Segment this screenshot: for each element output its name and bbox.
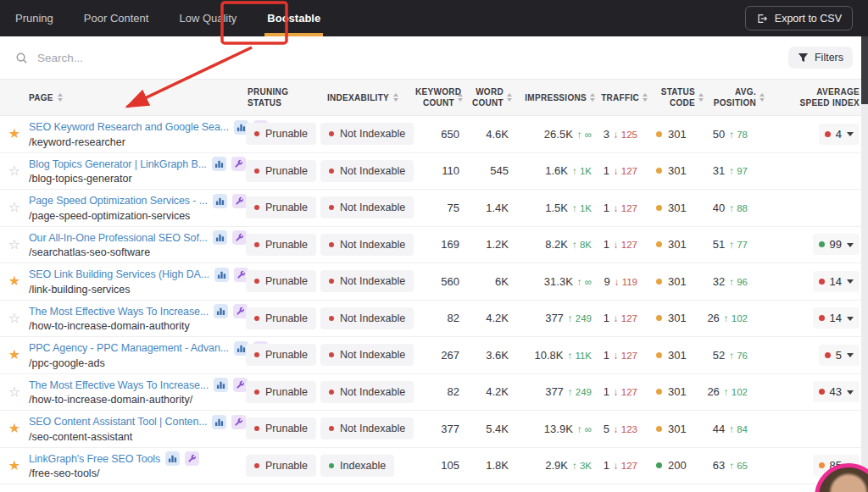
page-link[interactable]: Our All-In-One Professional SEO Sof... (29, 232, 208, 244)
analytics-icon[interactable] (213, 230, 227, 245)
page-path: /link-building-services (29, 284, 241, 296)
column-header-status-code[interactable]: STATUS CODE (649, 86, 705, 108)
sort-icon[interactable] (760, 93, 765, 102)
page-link[interactable]: SEO Link Building Services (High DA... (29, 268, 209, 280)
column-header-indexability[interactable]: INDEXABILITY (320, 92, 419, 103)
traffic-trend: ↓ 127 (614, 351, 637, 361)
analytics-icon[interactable] (212, 157, 226, 171)
star-icon[interactable]: ★ (8, 274, 20, 288)
sort-icon[interactable] (458, 93, 463, 102)
page-link[interactable]: Page Speed Optimization Services - ... (29, 195, 208, 207)
avg-position-value: 32 (713, 275, 725, 288)
sort-icon[interactable] (393, 93, 398, 102)
page-link[interactable]: PPC Agency - PPC Management - Advan... (29, 342, 229, 354)
word-count: 1.2K (466, 238, 514, 251)
impressions-value: 13.9K (544, 423, 573, 435)
word-count: 4.6K (466, 128, 514, 141)
sort-icon[interactable] (698, 93, 704, 102)
sort-icon[interactable] (643, 93, 648, 102)
page-link[interactable]: The Most Effective Ways To Increase... (29, 379, 209, 391)
speed-index-dropdown[interactable]: 4 (819, 124, 860, 145)
keyword-count: 169 (419, 238, 466, 251)
speed-index-dropdown[interactable]: 5 (819, 345, 860, 366)
speed-index-dropdown[interactable]: 14 (813, 307, 860, 329)
avg-position-trend: ↑ 76 (729, 351, 748, 361)
column-header-traffic[interactable]: TRAFFIC (598, 92, 649, 103)
star-icon[interactable]: ☆ (8, 201, 20, 214)
page-link[interactable]: LinkGraph's Free SEO Tools (29, 453, 160, 465)
impressions-value: 26.5K (544, 128, 573, 141)
table-toolbar: Filters (0, 36, 868, 79)
analytics-icon[interactable] (214, 268, 229, 282)
impressions-value: 8.2K (545, 238, 568, 251)
traffic-value: 1 (604, 238, 609, 251)
column-header-avg-position[interactable]: AVG. POSITION (705, 86, 776, 108)
avg-position-trend: ↑ 97 (729, 166, 748, 176)
table-row: ★ PPC Agency - PPC Management - Advan...… (0, 337, 868, 374)
wrench-icon[interactable] (185, 451, 199, 466)
page-link[interactable]: Blog Topics Generator | LinkGraph B... (29, 158, 207, 170)
column-header-impressions[interactable]: IMPRESSIONS (514, 92, 598, 103)
vertical-scrollbar-thumb[interactable] (861, 36, 868, 104)
star-icon[interactable]: ☆ (8, 312, 20, 325)
sort-icon[interactable] (58, 93, 63, 102)
star-icon[interactable]: ★ (8, 348, 20, 362)
traffic-trend: ↓ 127 (614, 203, 637, 213)
analytics-icon[interactable] (214, 304, 228, 318)
impressions-trend: ↑ ∞ (577, 277, 592, 287)
page-link[interactable]: The Most Effective Ways To Increase... (29, 306, 209, 318)
tab-label: Low Quality (179, 12, 236, 25)
star-icon[interactable]: ☆ (8, 164, 20, 178)
tab-poor-content[interactable]: Poor Content (84, 0, 149, 36)
analytics-icon[interactable] (212, 415, 226, 429)
page-link[interactable]: SEO Content Assistant Tool | Conten... (29, 416, 207, 428)
traffic-value: 1 (604, 164, 609, 177)
sort-icon[interactable] (507, 93, 512, 102)
analytics-icon[interactable] (213, 194, 227, 208)
filters-button[interactable]: Filters (788, 47, 853, 69)
indexability-badge: Indexable (320, 455, 394, 477)
column-header-page[interactable]: PAGE (29, 92, 241, 103)
column-header-word-count[interactable]: WORD COUNT (466, 86, 514, 108)
star-icon[interactable]: ☆ (8, 238, 20, 252)
keyword-count: 105 (419, 459, 466, 472)
tab-low-quality[interactable]: Low Quality (179, 0, 236, 36)
speed-index-dropdown[interactable]: 14 (813, 271, 860, 292)
star-icon[interactable]: ★ (8, 459, 20, 473)
page-link[interactable]: SEO Keyword Research and Google Sea... (29, 121, 229, 133)
column-header-keyword-count[interactable]: KEYWORD COUNT (419, 86, 466, 108)
avg-position-value: 50 (713, 128, 725, 141)
status-code-dot (656, 131, 662, 137)
impressions-value: 2.9K (545, 459, 568, 472)
vertical-scrollbar-track[interactable] (861, 36, 868, 492)
status-code-dot (656, 462, 662, 468)
search-input[interactable] (36, 51, 231, 65)
indexability-badge: Not Indexable (320, 344, 414, 366)
avg-position-trend: ↑ 88 (729, 203, 748, 213)
pruning-status-badge: Prunable (246, 234, 316, 256)
word-count: 1.8K (466, 459, 514, 472)
tab-boostable[interactable]: Boostable (267, 0, 320, 36)
traffic-trend: ↓ 119 (615, 277, 637, 287)
status-code: 301 (668, 423, 687, 435)
impressions-trend: ↑ 249 (568, 313, 592, 323)
status-code-dot (656, 426, 662, 432)
speed-index-dot (819, 462, 825, 468)
star-icon[interactable]: ★ (8, 127, 20, 141)
export-to-csv-button[interactable]: Export to CSV (745, 6, 853, 30)
analytics-icon[interactable] (165, 451, 180, 466)
sort-icon[interactable] (590, 93, 595, 102)
speed-index-dot (819, 315, 825, 321)
star-icon[interactable]: ☆ (8, 385, 20, 399)
speed-index-dropdown[interactable]: 43 (813, 381, 860, 402)
pruning-status-badge: Prunable (246, 417, 316, 439)
tab-pruning[interactable]: Pruning (15, 0, 53, 36)
analytics-icon[interactable] (214, 378, 228, 392)
traffic-value: 1 (604, 385, 609, 398)
avg-position-value: 51 (713, 238, 725, 251)
speed-index-dropdown[interactable]: 99 (813, 234, 860, 255)
pruning-status-badge: Prunable (246, 307, 316, 329)
star-icon[interactable]: ★ (8, 422, 20, 435)
avg-position-value: 26 (707, 385, 719, 398)
table-row: ★ SEO Keyword Research and Google Sea...… (0, 116, 868, 153)
